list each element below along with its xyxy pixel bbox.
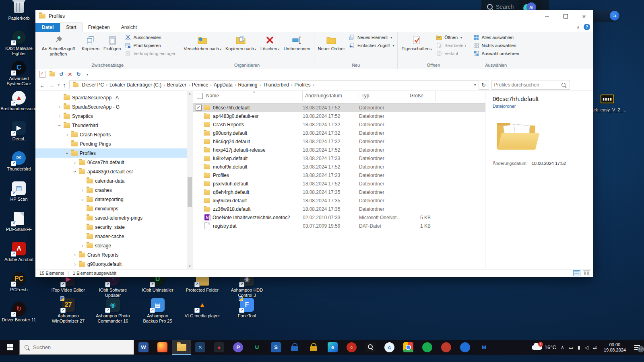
weather-widget[interactable]: 1 16°C xyxy=(532,344,556,350)
close-button[interactable]: × xyxy=(575,10,593,22)
tree-expander-icon[interactable] xyxy=(58,123,62,128)
tree-item[interactable]: minidumps xyxy=(35,204,193,213)
customize-toolbar-icon[interactable]: ▾ xyxy=(86,73,89,76)
tree-expander-icon[interactable] xyxy=(73,261,77,267)
column-header-type[interactable]: Typ xyxy=(359,90,407,101)
tree-item[interactable]: SpardaSecureApp - G xyxy=(35,102,193,111)
desktop-icon[interactable]: F↗ FoneTool xyxy=(225,298,269,324)
tab-share[interactable]: Freigeben xyxy=(83,23,116,32)
desktop-icon[interactable]: A↗ Adobe Acrobat xyxy=(0,241,38,272)
desktop-icon[interactable]: C↗ Advanced SystemCare xyxy=(0,60,38,90)
taskbar-app[interactable] xyxy=(153,340,172,355)
file-row[interactable]: ✓ q6eh4rgh.default 18.08.2024 17:35 Date… xyxy=(193,188,485,196)
collapse-ribbon-icon[interactable]: ∧ xyxy=(577,25,580,29)
desktop-icon[interactable]: ●↗ IObit Malware Fighter xyxy=(0,30,38,60)
tree-item[interactable]: 06cse7hh.default xyxy=(35,158,193,167)
copy-to-button[interactable]: Kopieren nach▾ xyxy=(223,33,258,62)
file-row[interactable]: ✓ ap4483g0.default-esr 18.08.2024 17:52 … xyxy=(193,112,485,120)
tray-icon[interactable]: ∧ xyxy=(561,345,564,350)
desktop-icon[interactable]: ↗ Papierkorb xyxy=(0,0,38,30)
taskbar-app[interactable]: ● xyxy=(210,340,229,355)
column-header-size[interactable]: Größe xyxy=(407,90,436,101)
up-button[interactable]: ↑ xyxy=(63,82,66,88)
select-all-checkbox[interactable] xyxy=(197,93,203,99)
taskbar-app[interactable]: M xyxy=(475,340,493,355)
copy-path-button[interactable]: Pfad kopieren xyxy=(123,42,178,49)
minimize-button[interactable] xyxy=(538,10,556,22)
title-bar[interactable]: Profiles × xyxy=(35,10,593,22)
undo-icon[interactable]: ↺ xyxy=(59,72,64,77)
tree-expander-icon[interactable] xyxy=(65,132,69,138)
file-row[interactable]: ✓ psxrvduh.default 18.08.2024 17:52 Date… xyxy=(193,179,485,188)
desktop-icon[interactable]: PC↗ PCFresh xyxy=(0,272,38,302)
tree-item[interactable]: Crash Reports xyxy=(35,250,193,259)
tree-expander-icon[interactable] xyxy=(80,197,85,202)
desktop-icon-partial[interactable] xyxy=(60,0,77,7)
tree-item[interactable]: crashes xyxy=(35,185,193,195)
cut-button[interactable]: Ausschneiden xyxy=(123,34,178,41)
file-row[interactable]: ✓ Crash Reports 18.08.2024 17:32 Dateior… xyxy=(193,120,485,129)
file-row[interactable]: ✓ zz36w918.default 18.08.2024 17:35 Date… xyxy=(193,205,485,213)
edit-button[interactable]: Bearbeiten xyxy=(434,42,467,49)
scroll-down-icon[interactable]: ∨ xyxy=(189,264,191,268)
taskbar-search[interactable] xyxy=(19,340,134,355)
file-row[interactable]: ✓ x5j9ula6.default 18.08.2024 17:35 Date… xyxy=(193,196,485,205)
desktop-icon[interactable]: ▤↗ HP Scan xyxy=(0,181,38,211)
tree-expander-icon[interactable] xyxy=(58,113,62,119)
tree-expander-icon[interactable] xyxy=(73,252,77,258)
tab-home[interactable]: Start xyxy=(60,23,82,32)
tray-icon[interactable]: ▮ xyxy=(578,345,580,350)
desktop-icon[interactable]: 27↗ Ashampoo WinOptimizer 27 xyxy=(46,298,91,324)
file-row[interactable]: ✓ h9c6qq24.default 18.08.2024 17:32 Date… xyxy=(193,137,485,146)
taskbar-clock[interactable]: 00:00 19.08.2024 xyxy=(601,342,628,353)
desktop-icon[interactable]: ◉↗ Ashampoo Photo Commander 16 xyxy=(91,298,135,324)
action-center-button[interactable]: 17 xyxy=(633,343,642,352)
breadcrumb-segment[interactable]: AppData› xyxy=(212,82,236,88)
desktop-icon[interactable]: ✉↗ Thunderbird xyxy=(0,151,38,181)
history-button[interactable]: Verlauf xyxy=(434,50,467,57)
desktop-icon[interactable]: ▲↗ Breitbandmessung xyxy=(0,90,38,121)
tree-item[interactable]: security_state xyxy=(35,222,193,232)
tree-item[interactable]: datareporting xyxy=(35,195,193,204)
delete-quick-icon[interactable]: ✕ xyxy=(68,72,72,77)
column-header-name[interactable]: Name∧ xyxy=(204,90,303,101)
new-folder-button[interactable]: Neuer Ordner xyxy=(316,33,347,62)
file-row[interactable]: ✓ g90uorty.default 18.08.2024 17:32 Date… xyxy=(193,129,485,137)
tab-file[interactable]: Datei xyxy=(35,23,60,32)
tree-expander-icon[interactable] xyxy=(80,243,85,249)
forward-button[interactable]: → xyxy=(49,82,55,88)
properties-button[interactable]: Eigenschaften▾ xyxy=(399,33,434,62)
tree-item[interactable]: Synaptics xyxy=(35,111,193,121)
pin-to-quickaccess-button[interactable]: An Schnellzugriff anheften xyxy=(37,33,80,62)
tree-item[interactable]: saved-telemetry-pings xyxy=(35,213,193,222)
search-box[interactable] xyxy=(491,80,570,90)
delete-button[interactable]: Löschen▾ xyxy=(258,33,282,62)
breadcrumb[interactable]: Dieser PC› Lokaler Datenträger (C:)› Ben… xyxy=(69,80,479,89)
back-button[interactable]: ← xyxy=(39,82,45,88)
open-button[interactable]: Öffnen▾ xyxy=(434,34,467,41)
redo-icon[interactable]: ↻ xyxy=(76,72,81,77)
taskbar-app[interactable]: e xyxy=(323,340,342,355)
scroll-up-icon[interactable]: ∧ xyxy=(189,92,191,96)
new-folder-quick-icon[interactable] xyxy=(50,72,55,76)
taskbar-app[interactable] xyxy=(399,340,418,355)
row-checkbox[interactable]: ✓ xyxy=(196,105,202,111)
search-input[interactable] xyxy=(492,82,561,88)
file-row[interactable]: ✓ registry.dat 03.07.2009 19:59 DAT-Date… xyxy=(193,222,485,230)
tree-item[interactable]: calendar-data xyxy=(35,176,193,185)
desktop-icon-partial[interactable] xyxy=(291,0,308,7)
breadcrumb-segment[interactable]: Pernice› xyxy=(190,82,212,88)
desktop-icon-partial[interactable] xyxy=(154,0,171,7)
tree-item[interactable]: Pending Pings xyxy=(35,139,193,148)
desktop-icon[interactable]: ↗ PDFSharkFF xyxy=(0,211,38,241)
breadcrumb-segment[interactable]: Lokaler Datenträger (C:)› xyxy=(107,82,165,88)
file-row[interactable]: ✓ NOneNote Inhaltsverzeichnis.onetoc2 02… xyxy=(193,213,485,222)
tree-scrollbar[interactable]: ∧ ∨ xyxy=(187,90,193,269)
taskbar-app[interactable] xyxy=(361,340,380,355)
taskbar-app[interactable] xyxy=(285,340,304,355)
file-row[interactable]: ✓ hxxp417j.default-release 18.08.2024 17… xyxy=(193,146,485,154)
tree-item[interactable]: Thunderbird xyxy=(35,121,193,130)
taskbar-app[interactable]: c xyxy=(380,340,399,355)
copy-button[interactable]: Kopieren xyxy=(80,33,101,62)
taskbar-app[interactable] xyxy=(418,340,437,355)
